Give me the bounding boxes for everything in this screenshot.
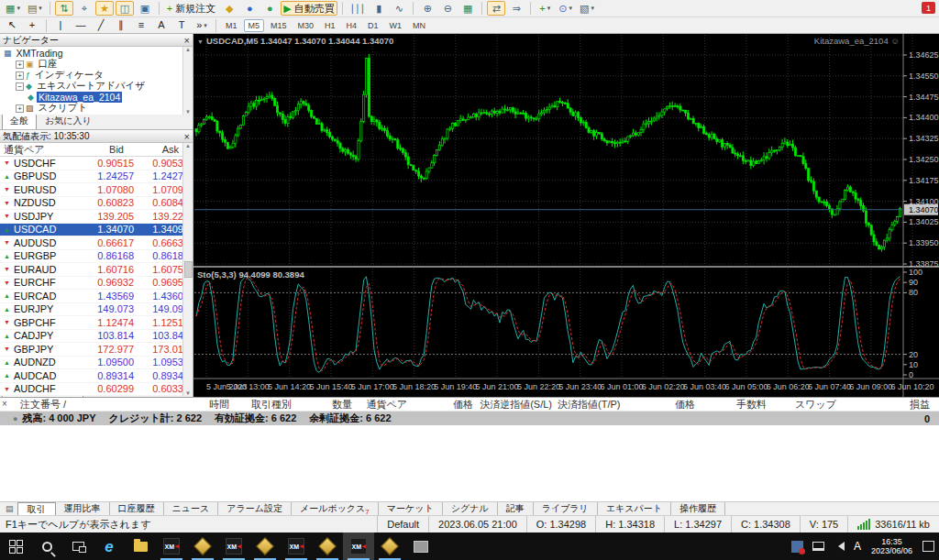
terminal-tab-アラーム設定[interactable]: アラーム設定 [218,502,292,515]
quote-row-AUDCAD[interactable]: ▲AUDCAD0.893140.89345 [0,369,193,383]
quote-row-EURCAD[interactable]: ▲EURCAD1.435691.43601 [0,290,193,303]
dropdown-arrow-icon[interactable]: ▾ [39,5,42,12]
timeframe-m15[interactable]: M15 [266,19,292,32]
task-view-button[interactable] [62,533,94,560]
crosshair-button[interactable]: + [23,18,41,33]
zoom-in-button[interactable]: ⊕ [418,1,436,16]
terminal-toggle-button[interactable]: ◫ [116,1,134,16]
terminal-column-5[interactable]: 価格 [413,398,479,412]
ime-indicator[interactable]: A [849,533,866,560]
quote-row-NZDUSD[interactable]: ▼NZDUSD0.608230.60848 [0,197,193,211]
mt4-app-2[interactable] [249,533,281,560]
terminal-tab-シグナル[interactable]: シグナル [443,502,498,515]
scrollbar-thumb[interactable] [184,261,193,278]
quote-row-USDCAD[interactable]: ▲USDCAD1.340701.34094 [0,224,193,237]
tree-item-スクリプト[interactable]: +▨スクリプト [0,103,193,114]
auto-trading-button[interactable]: ▶自動売買 [281,1,337,16]
expand-icon[interactable]: + [16,104,24,113]
xm-terminal-3[interactable]: XM◂ [281,533,312,560]
action-center-icon[interactable] [922,541,934,552]
timeframe-mn[interactable]: MN [408,19,430,32]
terminal-column-6[interactable]: 決済逆指値(S/L) [479,398,558,412]
search-button[interactable] [31,533,62,560]
quote-row-USDCHF[interactable]: ▼USDCHF0.905150.90534 [0,157,193,170]
scroll-up-icon[interactable]: ▲ [185,47,191,52]
start-button[interactable] [0,533,31,560]
market-watch-scrollbar[interactable]: ▲▼ [182,143,193,396]
tree-item-xmtrading[interactable]: ▦XMTrading [0,48,193,59]
timeframe-m1[interactable]: M1 [221,19,242,32]
text-label-button[interactable]: T [172,18,191,33]
quote-row-EURAUD[interactable]: ▼EURAUD1.607161.60752 [0,263,193,277]
quote-row-GBPCHF[interactable]: ▼GBPCHF1.124741.12519 [0,316,193,330]
collapse-icon[interactable]: − [16,82,24,91]
timeframe-h4[interactable]: H4 [342,19,362,32]
market-watch-toggle-button[interactable]: ⇅ [55,1,73,16]
tree-item-エキスパートアドバイザ[interactable]: −◆エキスパートアドバイザ [0,81,193,92]
terminal-tab-記事[interactable]: 記事 [498,502,534,515]
periods-button[interactable]: ⊙▾ [556,1,575,16]
terminal-tab-エキスパート[interactable]: エキスパート [598,502,671,515]
timeframe-h1[interactable]: H1 [320,19,340,32]
terminal-column-8[interactable]: 価格 [624,398,701,412]
mobile-apps-button[interactable]: ● [240,1,259,16]
tray-app-icon[interactable] [791,541,803,553]
horizontal-line-button[interactable]: — [72,18,90,33]
terminal-column-1[interactable]: 時間 [150,398,235,412]
bar-chart-mode-button[interactable]: ∣∣∣ [348,1,369,16]
equidistant-channel-button[interactable]: ∥ [112,18,130,33]
fibonacci-button[interactable]: ≡ [132,18,150,33]
trendline-button[interactable]: ╱ [92,18,110,33]
quote-row-AUDNZD[interactable]: ▲AUDNZD1.095001.09538 [0,357,193,370]
price-chart[interactable]: 1.346251.345501.344751.344001.343251.342… [193,34,939,397]
navigator-tab-お気に入り[interactable]: お気に入り [37,113,100,129]
text-button[interactable]: A [152,18,171,33]
column-ask[interactable]: Ask [127,144,182,155]
terminal-tab-操作履歴[interactable]: 操作履歴 [671,502,725,515]
close-icon[interactable]: × [2,399,7,409]
expand-icon[interactable]: + [16,71,24,80]
timeframe-m5[interactable]: M5 [244,19,265,32]
mt4-app-4[interactable] [374,533,405,560]
arrows-tool-button[interactable]: »▾ [193,18,211,33]
volume-icon[interactable] [834,542,845,551]
dropdown-arrow-icon[interactable]: ▾ [17,5,20,12]
network-icon[interactable] [812,542,824,551]
metaeditor-button[interactable]: ◆ [220,1,238,16]
navigator-scrollbar[interactable]: ▲▼ [182,47,193,115]
timeframe-d1[interactable]: D1 [363,19,383,32]
tree-item-kitazawa_ea_2104[interactable]: ◆Kitazawa_ea_2104 [0,92,193,103]
quote-row-EURJPY[interactable]: ▲EURJPY149.073149.095 [0,303,193,317]
quote-row-USDJPY[interactable]: ▼USDJPY139.205139.222 [0,210,193,224]
terminal-column-2[interactable]: 取引種別 [235,398,297,412]
indicators-list-button[interactable]: +▾ [536,1,554,16]
new-chart-button[interactable]: ▦▾ [3,1,23,16]
terminal-tab-マーケット[interactable]: マーケット [379,502,443,515]
dropdown-arrow-icon[interactable]: ▾ [204,22,207,29]
terminal-tab-ライブラリ[interactable]: ライブラリ [534,502,598,515]
terminal-column-0[interactable]: 注文番号 / [13,398,150,412]
profiles-button[interactable]: ▤▾ [25,1,45,16]
terminal-column-9[interactable]: 手数料 [701,398,772,412]
internet-explorer-button[interactable]: e [94,533,125,560]
quote-row-EURCHF[interactable]: ▼EURCHF0.969320.96954 [0,277,193,291]
capture-app[interactable] [405,533,436,560]
candle-chart-mode-button[interactable]: ▮ [370,1,388,16]
cursor-button[interactable]: ↖ [3,18,21,33]
terminal-tab-口座履歴[interactable]: 口座履歴 [110,502,164,515]
terminal-column-10[interactable]: スワップ [772,398,842,412]
scroll-up-icon[interactable]: ▲ [185,143,191,148]
timeframe-w1[interactable]: W1 [385,19,407,32]
mt4-app-1[interactable] [187,533,218,560]
terminal-column-4[interactable]: 通貨ペア [358,398,413,412]
terminal-column-3[interactable]: 数量 [297,398,358,412]
navigator-tab-全般[interactable]: 全般 [2,113,37,129]
auto-scroll-button[interactable]: ⇒ [507,1,525,16]
scroll-down-icon[interactable]: ▼ [185,109,191,115]
tile-windows-button[interactable]: ▦ [458,1,477,16]
scroll-down-icon[interactable]: ▼ [185,390,191,396]
terminal-tab-メールボックス[interactable]: メールボックス7 [292,502,379,516]
quote-row-GBPJPY[interactable]: ▼GBPJPY172.977173.014 [0,343,193,357]
dropdown-arrow-icon[interactable]: ▾ [547,5,551,12]
close-icon[interactable]: × [184,132,190,141]
